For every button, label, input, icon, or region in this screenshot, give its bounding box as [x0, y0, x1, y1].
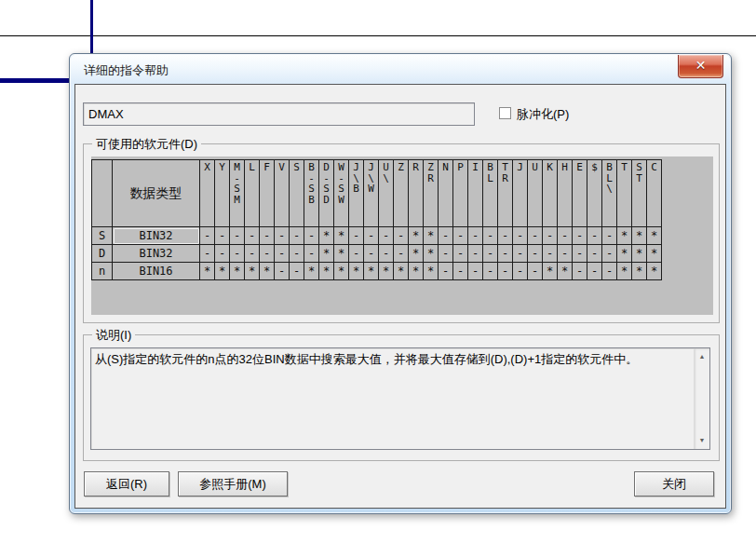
device-usability-cell: *: [230, 263, 245, 280]
device-usability-cell: -: [230, 227, 245, 245]
device-usability-cell: *: [200, 263, 215, 280]
device-usability-cell: *: [424, 227, 439, 245]
device-column-header: H: [558, 160, 573, 227]
device-usability-cell: -: [528, 245, 543, 263]
device-column-header: B-SB: [304, 160, 319, 227]
ladder-grid-vline: [90, 0, 93, 54]
device-column-header: K: [543, 160, 558, 227]
device-usability-cell: -: [483, 227, 498, 245]
device-usability-cell: -: [215, 227, 230, 245]
scroll-up-button[interactable]: ▲: [695, 349, 709, 364]
device-usability-cell: -: [468, 263, 483, 280]
device-column-header: D-SD: [319, 160, 334, 227]
device-usability-cell: *: [334, 263, 349, 280]
device-usability-cell: -: [513, 245, 528, 263]
device-usability-cell: -: [602, 245, 617, 263]
device-column-header: V: [275, 160, 290, 227]
device-usability-cell: -: [200, 245, 215, 263]
device-column-header: N: [439, 160, 453, 227]
device-usability-cell: -: [394, 227, 409, 245]
scroll-down-button[interactable]: ▼: [695, 433, 709, 448]
device-column-header: W-SW: [334, 160, 349, 227]
device-usability-cell: -: [275, 227, 290, 245]
device-usability-cell: -: [573, 245, 587, 263]
device-usability-cell: -: [453, 227, 468, 245]
device-usability-cell: *: [424, 263, 439, 280]
device-column-header: Z: [394, 160, 409, 227]
reference-manual-button[interactable]: 参照手册(M): [178, 471, 288, 496]
device-column-header: U\: [379, 160, 394, 227]
device-usability-cell: *: [543, 263, 558, 280]
instruction-help-dialog: 详细的指令帮助 ✕ DMAX 脉冲化(P) 可使用的软元件(D) 数据类型XYM…: [69, 53, 732, 514]
device-usability-cell: *: [647, 245, 662, 263]
device-usability-cell: -: [453, 245, 468, 263]
device-column-header: U: [528, 160, 543, 227]
scroll-up-icon: ▲: [699, 353, 706, 360]
device-usability-cell: -: [379, 227, 394, 245]
device-usability-cell: -: [587, 227, 602, 245]
device-column-header: I: [468, 160, 483, 227]
data-type-cell[interactable]: BIN16: [113, 263, 200, 280]
device-usability-cell: -: [245, 245, 260, 263]
device-usability-cell: *: [558, 263, 573, 280]
device-usability-cell: -: [573, 263, 587, 280]
device-usability-cell: -: [275, 263, 290, 280]
device-table-row: nBIN16*****--*********-------**---***: [92, 263, 662, 280]
close-button[interactable]: 关闭: [634, 471, 714, 496]
device-usability-cell: *: [334, 245, 349, 263]
device-column-header: S: [290, 160, 304, 227]
device-usability-cell: -: [260, 227, 275, 245]
description-box[interactable]: 从(S)指定的软元件的n点的32位BIN数据中搜索最大值，并将最大值存储到(D)…: [90, 347, 710, 450]
instruction-name-field[interactable]: DMAX: [83, 102, 475, 126]
device-usability-cell: -: [439, 227, 453, 245]
description-text: 从(S)指定的软元件的n点的32位BIN数据中搜索最大值，并将最大值存储到(D)…: [95, 350, 687, 368]
device-usability-cell: *: [632, 245, 647, 263]
usable-devices-groupbox: 可使用的软元件(D) 数据类型XYM-SMLFVSB-SBD-SDW-SWJ\B…: [83, 143, 720, 323]
device-column-header: ZR: [424, 160, 439, 227]
device-column-header: R: [409, 160, 424, 227]
device-usability-cell: -: [528, 227, 543, 245]
data-type-cell[interactable]: BIN32: [113, 227, 200, 245]
device-usability-cell: *: [349, 263, 364, 280]
title-bar[interactable]: 详细的指令帮助: [71, 55, 730, 84]
device-usability-cell: *: [319, 245, 334, 263]
device-usability-cell: -: [602, 227, 617, 245]
device-usability-cell: -: [543, 227, 558, 245]
device-usability-cell: -: [498, 245, 513, 263]
device-usability-cell: *: [617, 263, 632, 280]
device-usability-cell: *: [617, 245, 632, 263]
pulse-checkbox[interactable]: [499, 107, 511, 119]
device-usability-cell: -: [379, 245, 394, 263]
device-usability-cell: -: [439, 263, 453, 280]
usable-devices-group-label: 可使用的软元件(D): [92, 136, 201, 153]
device-usability-cell: *: [319, 227, 334, 245]
description-scrollbar[interactable]: ▲ ▼: [694, 348, 709, 449]
back-button[interactable]: 返回(R): [84, 471, 169, 496]
device-column-header: T: [617, 160, 632, 227]
device-usability-cell: *: [379, 263, 394, 280]
description-groupbox: 说明(I) 从(S)指定的软元件的n点的32位BIN数据中搜索最大值，并将最大值…: [83, 334, 720, 461]
device-usability-cell: -: [453, 263, 468, 280]
device-usability-cell: -: [364, 227, 379, 245]
device-column-header: BL: [483, 160, 498, 227]
device-usability-cell: *: [632, 227, 647, 245]
close-window-button[interactable]: ✕: [678, 55, 723, 78]
device-table-row: DBIN32--------**----**------------***: [92, 245, 662, 263]
device-usability-cell: *: [632, 263, 647, 280]
device-usability-cell: -: [513, 227, 528, 245]
device-usability-cell: -: [439, 245, 453, 263]
device-usability-cell: -: [304, 227, 319, 245]
device-usability-cell: -: [290, 263, 304, 280]
device-usability-cell: -: [468, 227, 483, 245]
device-table-row: SBIN32--------**----**------------***: [92, 227, 662, 245]
device-column-header: BL\: [602, 160, 617, 227]
scroll-down-icon: ▼: [699, 437, 706, 443]
data-type-cell[interactable]: BIN32: [113, 245, 200, 263]
device-usability-cell: -: [364, 245, 379, 263]
device-usability-cell: -: [468, 245, 483, 263]
device-usability-cell: -: [200, 227, 215, 245]
device-usability-cell: *: [409, 245, 424, 263]
device-usability-cell: *: [260, 263, 275, 280]
device-table: 数据类型XYM-SMLFVSB-SBD-SDW-SWJ\BJ\WU\ZRZRNP…: [91, 159, 662, 280]
device-column-header: J: [513, 160, 528, 227]
